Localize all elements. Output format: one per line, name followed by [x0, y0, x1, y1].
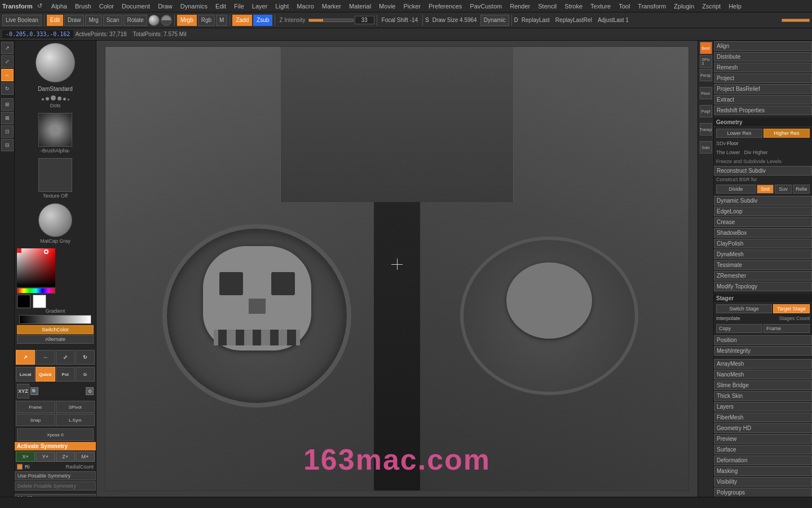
project-btn[interactable]: Project	[714, 73, 812, 83]
sym-x-btn[interactable]: X+	[16, 452, 35, 462]
target-stage-btn[interactable]: Target Stage	[773, 304, 810, 313]
align-btn[interactable]: Align	[714, 41, 812, 51]
persp-icon[interactable]: Persp	[700, 69, 712, 81]
dynamic-button[interactable]: Dynamic	[480, 15, 509, 26]
color-gradient-picker[interactable]	[17, 248, 55, 287]
tessimate-btn[interactable]: Tessimate	[714, 260, 812, 270]
menu-stroke[interactable]: Stroke	[561, 2, 586, 11]
spivot-btn[interactable]: SPivot	[56, 401, 95, 413]
refresh-icon[interactable]: ↺	[37, 2, 42, 10]
shadowbox-btn[interactable]: ShadowBox	[714, 228, 812, 238]
orange-slider[interactable]	[782, 19, 810, 22]
m-button[interactable]: M	[216, 15, 227, 26]
xpose-btn[interactable]: Xpose 0	[17, 428, 94, 441]
menu-macro[interactable]: Macro	[293, 2, 317, 11]
material-preview-sphere[interactable]	[38, 203, 72, 237]
lm-btn-3[interactable]: ↔	[1, 69, 14, 81]
floor-icon[interactable]: Floor	[700, 87, 712, 99]
lsym-btn[interactable]: L.Sym	[56, 414, 95, 426]
symmetry-header[interactable]: Activate Symmetry	[15, 442, 96, 450]
xyz-btn[interactable]: XYZ	[17, 384, 29, 398]
menu-zplugin[interactable]: Zplugin	[670, 2, 698, 11]
brush-preview-sphere[interactable]	[36, 43, 75, 82]
gradient-bar[interactable]	[19, 315, 91, 324]
lm-btn-6[interactable]: ⊠	[1, 112, 14, 124]
menu-edit[interactable]: Edit	[212, 2, 230, 11]
scan-button[interactable]: Scan	[103, 15, 123, 26]
switch-stage-btn[interactable]: Switch Stage	[716, 304, 772, 313]
rotate-tool-btn[interactable]: ↻	[76, 350, 95, 365]
visibility-btn[interactable]: Visibility	[714, 477, 812, 487]
remesh-btn[interactable]: Remesh	[714, 63, 812, 72]
frame-btn[interactable]: Frame	[16, 401, 55, 413]
alternate-button[interactable]: Alternate	[17, 335, 94, 344]
solo-icon[interactable]: Solo	[700, 141, 712, 154]
menu-pavcustom[interactable]: PavCustom	[466, 2, 505, 11]
draw-button[interactable]: Draw	[64, 15, 84, 26]
geometry-hd-btn[interactable]: Geometry HD	[714, 423, 812, 433]
use-posable-btn[interactable]: Use Posable Symmetry	[15, 471, 96, 480]
edit-button[interactable]: Edit	[47, 15, 63, 26]
pol-btn[interactable]: Pol	[56, 367, 75, 382]
polygroups-btn[interactable]: Polygroups	[714, 488, 812, 497]
rotate-toolbar-button[interactable]: Rotate	[123, 15, 147, 26]
thick-skin-btn[interactable]: Thick Skin	[714, 391, 812, 401]
zremesher-btn[interactable]: ZRemesher	[714, 271, 812, 281]
dynamesh-btn[interactable]: DynaMesh	[714, 249, 812, 259]
menu-light[interactable]: Light	[272, 2, 292, 11]
menu-movie[interactable]: Movie	[376, 2, 399, 11]
menu-dynamics[interactable]: Dynamics	[177, 2, 211, 11]
reconstruct-subdiv-btn[interactable]: Reconstruct Subdiv	[714, 166, 812, 176]
relie-btn[interactable]: Relie	[793, 185, 810, 194]
suv-btn[interactable]: Suv	[775, 185, 792, 194]
mesh-integrity-btn[interactable]: MeshIntegrity	[714, 346, 812, 356]
nano-mesh-btn[interactable]: NanoMesh	[714, 370, 812, 379]
redshift-btn[interactable]: Redshift Properties	[714, 106, 812, 115]
project-basrelief-btn[interactable]: Project BasRelief	[714, 84, 812, 94]
masking-btn[interactable]: Masking	[714, 466, 812, 476]
claypolish-btn[interactable]: ClayPolish	[714, 239, 812, 248]
fibermesh-btn[interactable]: FiberMesh	[714, 413, 812, 422]
edgeloop-btn[interactable]: EdgeLoop	[714, 207, 812, 216]
background-color-swatch[interactable]	[33, 295, 46, 308]
best-icon[interactable]: Best	[700, 42, 712, 54]
preview-btn[interactable]: Preview	[714, 434, 812, 444]
switch-color-button[interactable]: SwitchColor	[17, 325, 94, 334]
alpha-preview[interactable]	[38, 113, 72, 147]
transp-icon[interactable]: Transp	[700, 123, 712, 135]
layers-btn[interactable]: Layers	[714, 402, 812, 411]
merge-button[interactable]: Mrg	[85, 15, 102, 26]
menu-document[interactable]: Document	[118, 2, 153, 11]
extract-btn[interactable]: Extract	[714, 95, 812, 104]
ri-checkbox[interactable]	[17, 464, 23, 470]
move-tool-btn[interactable]: ↔	[36, 350, 55, 365]
zadd-button[interactable]: Zadd	[232, 15, 252, 26]
draw-tool-btn[interactable]: ↗	[16, 350, 35, 365]
scale-tool-btn[interactable]: ⤢	[56, 350, 75, 365]
search-icon[interactable]: 🔍	[30, 387, 38, 395]
menu-draw[interactable]: Draw	[155, 2, 176, 11]
viewport[interactable]: 163mac.com	[105, 46, 689, 491]
settings-icon[interactable]: ⚙	[86, 387, 94, 395]
lower-res-btn[interactable]: Lower Res	[716, 129, 762, 138]
crease-btn[interactable]: Crease	[714, 217, 812, 227]
menu-render[interactable]: Render	[506, 2, 533, 11]
menu-layer[interactable]: Layer	[249, 2, 271, 11]
snap-btn[interactable]: Snap	[16, 414, 55, 426]
deformation-btn[interactable]: Deformation	[714, 456, 812, 465]
menu-texture[interactable]: Texture	[587, 2, 614, 11]
material-sphere[interactable]	[148, 15, 160, 26]
stager-copy-btn[interactable]: Copy	[716, 324, 762, 333]
foreground-color-swatch[interactable]	[17, 295, 30, 308]
slime-bridge-btn[interactable]: Slime Bridge	[714, 380, 812, 390]
zsub-button[interactable]: Zsub	[253, 15, 272, 26]
half-sphere-icon[interactable]	[161, 15, 172, 26]
lm-btn-5[interactable]: ⊞	[1, 98, 14, 111]
gizmo-btn[interactable]: G	[76, 367, 95, 382]
menu-help[interactable]: Help	[725, 2, 745, 11]
local-btn[interactable]: Local	[16, 367, 35, 382]
position-btn[interactable]: Position	[714, 335, 812, 345]
menu-picker[interactable]: Picker	[400, 2, 424, 11]
zintensity-slider-track[interactable]	[308, 19, 354, 22]
smt-btn[interactable]: Smt	[757, 185, 774, 194]
